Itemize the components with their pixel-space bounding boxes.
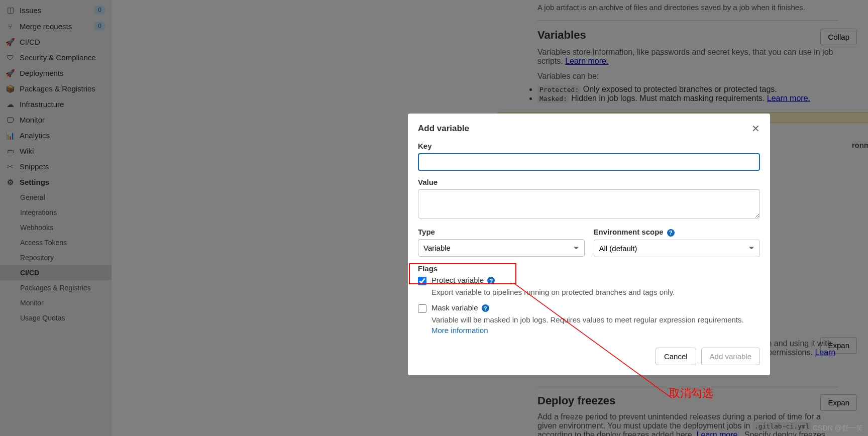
env-scope-select[interactable]: All (default) [594, 240, 761, 257]
env-scope-label: Environment scope ? [594, 228, 761, 237]
cancel-button[interactable]: Cancel [656, 348, 696, 365]
type-label: Type [418, 228, 585, 236]
value-textarea[interactable] [418, 189, 760, 219]
mask-variable-label: Mask variable ? [431, 303, 489, 312]
value-label: Value [418, 178, 760, 186]
watermark: CSDN @舒一笑 [813, 424, 863, 433]
type-select[interactable]: Variable [418, 239, 585, 257]
help-icon[interactable]: ? [487, 277, 495, 284]
protect-variable-desc: Export variable to pipelines running on … [431, 287, 760, 297]
mask-variable-desc: Variable will be masked in job logs. Req… [431, 314, 760, 336]
protect-variable-checkbox[interactable] [418, 277, 426, 285]
add-variable-modal: Add variable ✕ Key Value Type Variable E… [408, 114, 770, 375]
add-variable-button[interactable]: Add variable [701, 348, 760, 365]
modal-title: Add variable [418, 124, 469, 134]
mask-variable-checkbox[interactable] [418, 304, 426, 313]
help-icon[interactable]: ? [482, 304, 489, 312]
more-info-link[interactable]: More information [431, 326, 488, 335]
key-input[interactable] [418, 153, 760, 171]
flags-label: Flags [418, 264, 760, 273]
close-button[interactable]: ✕ [751, 123, 760, 135]
help-icon[interactable]: ? [667, 229, 675, 237]
key-label: Key [418, 142, 760, 150]
annotation-text: 取消勾选 [669, 386, 713, 401]
protect-variable-label: Protect variable ? [431, 276, 495, 285]
